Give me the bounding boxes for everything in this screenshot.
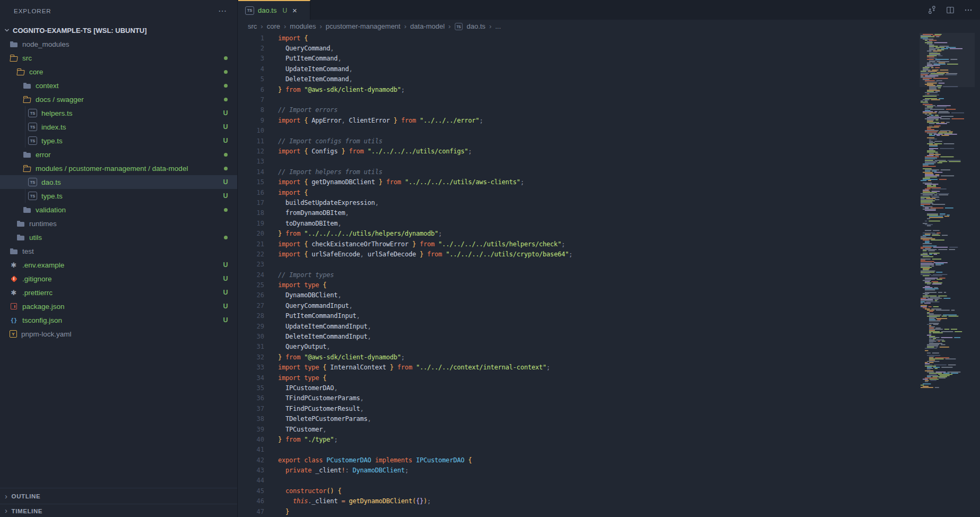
explorer-item-test[interactable]: test xyxy=(0,244,237,258)
breadcrumb-item-core[interactable]: core xyxy=(267,22,280,30)
modified-dot-badge xyxy=(221,167,230,170)
line-number: 20 xyxy=(238,230,264,237)
line-number: 29 xyxy=(238,323,264,330)
explorer-item-docs-swagger[interactable]: docs / swagger xyxy=(0,92,237,106)
explorer-item-src[interactable]: src xyxy=(0,51,237,65)
line-number: 5 xyxy=(238,75,264,83)
code-line-14: 14// Import helpers from utils xyxy=(238,167,916,177)
editor-group: TS dao.ts U × src›core›modules›pcusto xyxy=(238,0,980,517)
code-editor[interactable]: 1import {2 QueryCommand,3 PutItemCommand… xyxy=(238,33,916,517)
tab-bar: TS dao.ts U × xyxy=(238,0,980,20)
breadcrumb-item-data-model[interactable]: data-model xyxy=(410,22,445,30)
explorer-title: EXPLORER xyxy=(14,8,218,14)
npm-icon xyxy=(10,302,18,311)
breadcrumb-item-dao.ts[interactable]: TSdao.ts xyxy=(454,22,485,31)
chevron-right-icon: › xyxy=(5,506,8,515)
explorer-more-actions-icon[interactable]: ⋯ xyxy=(218,8,228,14)
code-line-7: 7 xyxy=(238,94,916,105)
explorer-item-core[interactable]: core xyxy=(0,65,237,79)
timeline-section-header[interactable]: › TIMELINE xyxy=(0,504,237,517)
untracked-badge: U xyxy=(221,192,230,200)
explorer-item-tsconfig.json[interactable]: {}tsconfig.jsonU xyxy=(0,313,237,327)
breadcrumb-item-modules[interactable]: modules xyxy=(290,22,316,30)
compare-changes-icon[interactable] xyxy=(927,5,936,14)
file-name: modules / pcustomer-management / data-mo… xyxy=(36,165,188,173)
breadcrumb-item-...[interactable]: ... xyxy=(495,22,501,30)
modified-dot-badge xyxy=(221,153,230,157)
explorer-item-dao.ts[interactable]: TSdao.tsU xyxy=(0,175,237,189)
line-number: 41 xyxy=(238,446,264,453)
ts-file-icon: TS xyxy=(28,136,37,145)
chevron-right-icon: › xyxy=(5,492,8,501)
code-line-26: 26 DynamoDBClient, xyxy=(238,290,916,300)
explorer-item-error[interactable]: error xyxy=(0,148,237,161)
line-number: 12 xyxy=(238,148,264,155)
code-line-16: 16import { xyxy=(238,187,916,197)
explorer-item-package.json[interactable]: package.jsonU xyxy=(0,299,237,313)
file-name: runtimes xyxy=(29,220,57,228)
breadcrumb-separator: › xyxy=(489,22,491,30)
line-number: 31 xyxy=(238,343,264,350)
file-name: core xyxy=(29,68,43,76)
breadcrumb: src›core›modules›pcustomer-management›da… xyxy=(238,20,980,33)
code-line-9: 9import { AppError, ClientError } from "… xyxy=(238,115,916,125)
file-name: tsconfig.json xyxy=(22,316,62,324)
line-number: 19 xyxy=(238,220,264,227)
line-number: 14 xyxy=(238,168,264,176)
file-name: error xyxy=(36,151,51,159)
line-number: 38 xyxy=(238,415,264,423)
outline-section-header[interactable]: › OUTLINE xyxy=(0,488,237,504)
close-icon[interactable]: × xyxy=(292,6,297,14)
code-line-24: 24// Import types xyxy=(238,270,916,280)
line-number: 13 xyxy=(238,158,264,165)
chevron-down-icon xyxy=(4,27,10,33)
explorer-item-helpers.ts[interactable]: TShelpers.tsU xyxy=(0,106,237,120)
line-number: 21 xyxy=(238,240,264,248)
explorer-item-index.ts[interactable]: TSindex.tsU xyxy=(0,120,237,134)
folder-icon xyxy=(23,205,31,214)
ts-file-icon: TS xyxy=(455,23,463,30)
explorer-item-type.ts[interactable]: TStype.tsU xyxy=(0,189,237,203)
code-line-36: 36 TFindPCustomerParams, xyxy=(238,393,916,403)
split-editor-icon[interactable] xyxy=(946,6,955,14)
code-line-46: 46 this._client = getDynamoDBClient({}); xyxy=(238,496,916,506)
untracked-badge: U xyxy=(221,178,230,186)
explorer-item-.prettierrc[interactable]: ✱.prettierrcU xyxy=(0,286,237,299)
tab-dao-ts[interactable]: TS dao.ts U × xyxy=(238,0,310,20)
explorer-item-type.ts[interactable]: TStype.tsU xyxy=(0,134,237,148)
code-line-23: 23 xyxy=(238,260,916,270)
explorer-item-.gitignore[interactable]: .gitignoreU xyxy=(0,272,237,286)
explorer-item-node-modules[interactable]: node_modules xyxy=(0,37,237,51)
explorer-item-modules-pcustomer-management-data-model[interactable]: modules / pcustomer-management / data-mo… xyxy=(0,161,237,175)
file-name: test xyxy=(22,247,34,255)
line-number: 23 xyxy=(238,261,264,268)
file-name: index.ts xyxy=(41,123,66,131)
code-line-45: 45 constructor() { xyxy=(238,486,916,496)
explorer-item-runtimes[interactable]: runtimes xyxy=(0,217,237,230)
file-name: .prettierrc xyxy=(22,289,53,297)
breadcrumb-separator: › xyxy=(319,22,322,30)
file-name: .env.example xyxy=(22,261,64,269)
ts-file-icon: TS xyxy=(28,123,37,131)
breadcrumb-item-pcustomer-management[interactable]: pcustomer-management xyxy=(326,22,401,30)
explorer-item-pnpm-lock.yaml[interactable]: Ypnpm-lock.yaml xyxy=(0,327,237,341)
explorer-item-.env.example[interactable]: ✱.env.exampleU xyxy=(0,258,237,272)
line-number: 4 xyxy=(238,65,264,73)
code-line-31: 31 QueryOutput, xyxy=(238,342,916,352)
folder-icon xyxy=(23,81,31,90)
breadcrumb-item-src[interactable]: src xyxy=(248,22,257,30)
explorer-item-context[interactable]: context xyxy=(0,79,237,92)
more-actions-icon[interactable] xyxy=(964,6,973,14)
minimap[interactable] xyxy=(920,33,975,517)
asterisk-icon: ✱ xyxy=(10,288,18,297)
explorer-root-folder[interactable]: COGNITO-EXAMPLE-TS [WSL: UBUNTU] xyxy=(0,23,237,37)
line-number: 2 xyxy=(238,45,264,52)
line-number: 37 xyxy=(238,405,264,412)
code-line-38: 38 TDeletePCustomerParams, xyxy=(238,413,916,424)
explorer-item-utils[interactable]: utils xyxy=(0,230,237,244)
explorer-item-validation[interactable]: validation xyxy=(0,203,237,217)
file-name: src xyxy=(22,54,32,62)
code-line-15: 15import { getDynamoDBClient } from "../… xyxy=(238,177,916,187)
folder-icon xyxy=(23,150,31,159)
code-line-18: 18 fromDynamoDBItem, xyxy=(238,208,916,218)
